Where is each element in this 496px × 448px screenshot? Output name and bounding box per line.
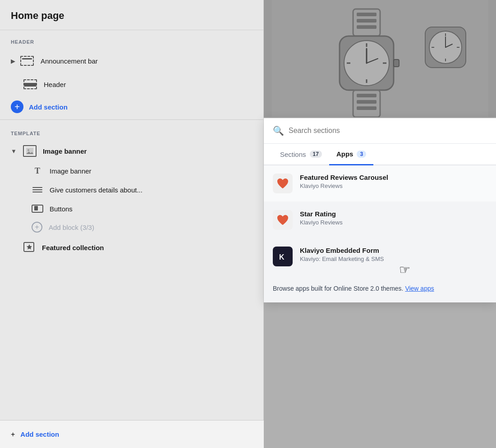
lines-icon <box>32 184 43 196</box>
svg-rect-6 <box>357 13 377 16</box>
image-banner-chevron-icon: ▼ <box>11 148 17 155</box>
image-banner-icon <box>23 145 37 157</box>
header-item[interactable]: Header <box>0 73 263 96</box>
svg-rect-8 <box>357 25 377 29</box>
add-section-bottom-plus-icon: + <box>11 430 15 439</box>
announcement-bar-icon <box>20 54 34 68</box>
tabs-row: Sections 17 Apps 3 <box>264 144 496 165</box>
browse-apps-section: Browse apps built for Online Store 2.0 t… <box>264 275 496 302</box>
star-rating-icon <box>273 210 293 230</box>
star-rating-subtitle: Klaviyo Reviews <box>300 219 487 226</box>
buttons-icon <box>32 203 43 215</box>
add-block-button[interactable]: + Add block (3/3) <box>0 218 263 236</box>
buttons-item[interactable]: Buttons <box>0 199 263 218</box>
app-item-star-rating[interactable]: Star Rating Klaviyo Reviews <box>264 202 496 238</box>
search-sections-panel: 🔍 Sections 17 Apps 3 Featured Reviews Ca… <box>264 118 496 302</box>
app-list: Featured Reviews Carousel Klaviyo Review… <box>264 165 496 275</box>
add-block-icon: + <box>32 222 42 233</box>
featured-reviews-title: Featured Reviews Carousel <box>300 174 487 181</box>
featured-reviews-icon <box>273 174 293 193</box>
app-item-klaviyo-form[interactable]: K Klaviyo Embedded Form Klaviyo: Email M… <box>264 238 496 275</box>
give-customers-details-item[interactable]: Give customers details about... <box>0 180 263 199</box>
announcement-bar-item[interactable]: ▶ Announcement bar <box>0 49 263 73</box>
svg-rect-20 <box>357 100 377 104</box>
svg-point-1 <box>28 149 29 151</box>
apps-count-badge: 3 <box>357 151 366 158</box>
klaviyo-form-icon: K <box>273 247 293 266</box>
add-section-top-plus-icon: + <box>11 101 23 113</box>
svg-rect-17 <box>394 59 399 67</box>
text-t-icon: T <box>32 165 43 177</box>
svg-rect-7 <box>357 19 377 23</box>
klaviyo-form-subtitle: Klaviyo: Email Marketing & SMS <box>300 256 487 262</box>
search-sections-input[interactable] <box>289 127 487 135</box>
featured-reviews-subtitle: Klaviyo Reviews <box>300 183 487 189</box>
header-icon <box>23 77 37 91</box>
klaviyo-form-title: Klaviyo Embedded Form <box>300 247 487 254</box>
image-banner-item[interactable]: ▼ Image banner <box>0 141 263 161</box>
svg-text:K: K <box>279 253 285 261</box>
svg-rect-21 <box>357 106 377 110</box>
add-section-top-button[interactable]: + Add section <box>0 96 263 118</box>
featured-collection-item[interactable]: Featured collection <box>0 236 263 259</box>
add-section-bottom-label: Add section <box>20 430 59 438</box>
search-icon: 🔍 <box>273 125 284 136</box>
view-apps-link[interactable]: View apps <box>405 285 434 292</box>
preview-image <box>264 0 496 117</box>
add-section-bottom-button[interactable]: + Add section <box>0 420 264 448</box>
template-section-label: TEMPLATE <box>0 122 263 141</box>
tab-sections[interactable]: Sections 17 <box>273 144 329 165</box>
app-item-featured-reviews[interactable]: Featured Reviews Carousel Klaviyo Review… <box>264 165 496 202</box>
left-panel: Home page HEADER ▶ Announcement bar Head… <box>0 0 264 448</box>
featured-collection-icon <box>23 241 36 255</box>
sections-count-badge: 17 <box>310 151 322 158</box>
image-banner-sub-item[interactable]: T Image banner <box>0 161 263 180</box>
announcement-bar-chevron-icon: ▶ <box>11 58 15 64</box>
search-bar: 🔍 <box>264 118 496 144</box>
page-title: Home page <box>0 0 263 30</box>
header-section-label: HEADER <box>0 30 263 49</box>
tab-apps[interactable]: Apps 3 <box>329 144 373 165</box>
svg-rect-19 <box>357 94 377 97</box>
star-rating-title: Star Rating <box>300 210 487 218</box>
divider <box>0 119 263 120</box>
